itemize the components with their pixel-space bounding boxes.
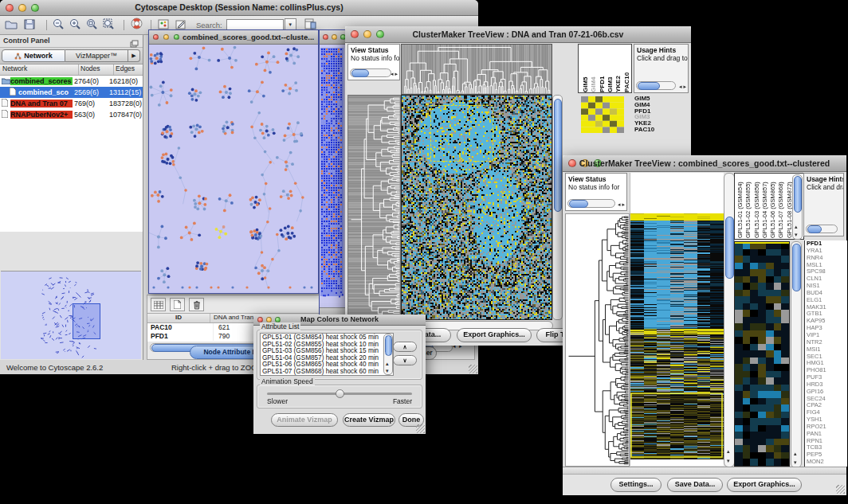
map-colors-dialog: Map Colors to Network Attribute List GPL… — [253, 315, 426, 434]
tv2-settings-button[interactable]: Settings... — [610, 478, 662, 492]
tv2-column-label[interactable]: GPL51-01 (GSM854) — [736, 174, 744, 238]
tv1-column-label[interactable]: GIM4 — [590, 45, 598, 92]
tv2-usage-hints: Usage Hints Click and drag to — [803, 173, 844, 236]
create-vizmap-button[interactable]: Create Vizmap — [343, 413, 395, 427]
tv2-detail-down[interactable]: ▾ — [794, 459, 797, 465]
network-name: combined_scores — [10, 77, 73, 85]
tv1-export-graphics-button[interactable]: Export Graphics... — [457, 328, 532, 342]
tv2-collabels-down[interactable]: ▾ — [795, 232, 798, 237]
tv2-hints-hscrollbar[interactable] — [806, 225, 838, 233]
document-icon — [2, 110, 10, 119]
zoom-out-icon[interactable] — [53, 18, 65, 33]
network-name: combined_sco — [18, 88, 73, 96]
netwin-close-button[interactable] — [153, 34, 159, 40]
tv1-column-label[interactable]: GIM5 — [582, 45, 590, 92]
tv2-save-data-button[interactable]: Save Data... — [667, 478, 723, 492]
network-overview[interactable] — [1, 271, 141, 359]
tv2-gene-label[interactable]: MON2 — [807, 459, 847, 466]
tv1-heatmap[interactable] — [401, 95, 552, 320]
tv1-status-hscrollbar[interactable] — [350, 68, 391, 77]
attr-scroll-up[interactable]: ▴ — [386, 361, 389, 366]
network-table-row[interactable]: DNA and Tran 07769(0)183728(0) — [0, 98, 143, 109]
tv2-collabels-vscrollbar[interactable]: ▴ ▾ — [792, 174, 803, 240]
tv1-status-scroll-arrows[interactable]: ◂ ▸ — [391, 71, 398, 76]
netwin2-minimize-button[interactable] — [332, 34, 337, 40]
network-canvas[interactable] — [149, 45, 316, 292]
network-table-row[interactable]: combined_scores2764(0)16218(0) — [0, 76, 143, 87]
new-attribute-icon[interactable] — [170, 298, 185, 311]
tv1-column-label[interactable]: PAC10 — [623, 45, 631, 92]
tv2-collabels-up[interactable]: ▴ — [795, 224, 798, 229]
tv1-hints-scroll-arrows[interactable]: ◂ ▸ — [679, 84, 686, 89]
tv2-detail-vscrollbar[interactable]: ▴ ▾ — [791, 241, 802, 468]
tv2-vscrollbar[interactable]: ▴ ▾ — [724, 173, 735, 467]
tv1-hints-hscrollbar[interactable] — [636, 81, 676, 90]
tv2-column-label[interactable]: GPL51-06 (GSM865) — [769, 174, 777, 238]
tv2-column-label[interactable]: GPL51-07 (GSM868) — [777, 174, 785, 238]
zoom-in-icon[interactable] — [69, 18, 81, 33]
zoom-selected-icon[interactable] — [86, 18, 98, 33]
tv2-detail-heatmap[interactable] — [734, 241, 790, 467]
tv1-column-label[interactable]: YKE2 — [614, 45, 622, 92]
select-attributes-icon[interactable] — [151, 298, 166, 311]
tv1-column-dendrogram[interactable] — [401, 44, 552, 95]
tv2-row-dendrogram[interactable] — [565, 213, 630, 467]
tv1-gene-list: GIM5GIM4PFD1GIM3YKE2PAC10 — [634, 96, 687, 133]
tv2-detail-up[interactable]: ▴ — [794, 451, 797, 456]
tv2-status-scroll-arrows[interactable]: ◂ ▸ — [618, 201, 625, 207]
main-title-bar[interactable]: Cytoscape Desktop (Session Name: collins… — [0, 0, 478, 16]
help-icon[interactable] — [131, 18, 143, 33]
tab-network[interactable]: Network — [2, 49, 65, 62]
animate-vizmap-button[interactable]: Animate Vizmap — [271, 413, 338, 427]
attr-scroll-down[interactable]: ▾ — [386, 368, 389, 373]
tv1-view-status: View Status No status info for ◂ ▸ — [347, 44, 400, 80]
tv1-title: ClusterMaker TreeView : DNA and Tran 07-… — [345, 29, 691, 39]
tv2-vscroll-down[interactable]: ▾ — [727, 458, 730, 463]
attribute-move-down-button[interactable]: ∨ — [393, 355, 417, 365]
network-table-row[interactable]: RNAPuberNov2+563(0)107847(0) — [0, 109, 143, 120]
slider-thumb[interactable] — [336, 389, 344, 398]
tv1-vscrollbar[interactable] — [552, 95, 563, 320]
tv2-vscroll-up[interactable]: ▴ — [727, 448, 730, 454]
attribute-list-vscrollbar[interactable]: ▴ ▾ — [383, 334, 393, 375]
tv2-export-graphics-button[interactable]: Export Graphics... — [727, 478, 802, 492]
zoom-fit-icon[interactable] — [103, 18, 115, 33]
animation-speed-slider[interactable] — [267, 393, 412, 395]
tv2-button-bar: Settings... Save Data... Export Graphics… — [563, 474, 846, 495]
control-panel-title: Control Panel — [3, 37, 50, 45]
tv1-gene-label[interactable]: PAC10 — [634, 127, 687, 133]
tv1-column-label[interactable]: PFD1 — [599, 45, 607, 92]
save-icon[interactable] — [24, 18, 35, 33]
tv2-column-label[interactable]: GPL51-04 (GSM857) — [761, 174, 769, 238]
netwin-zoom-button[interactable] — [174, 34, 179, 40]
tv1-detail-matrix[interactable] — [581, 96, 624, 133]
attribute-move-up-button[interactable]: ∧ — [393, 342, 417, 352]
attribute-listbox[interactable]: GPL51-01 (GSM854) heat shock 05 minGPL51… — [260, 333, 394, 376]
main-resize-grip[interactable] — [469, 365, 477, 373]
delete-attribute-icon[interactable] — [189, 298, 204, 311]
netwin-minimize-button[interactable] — [163, 34, 169, 40]
tv1-row-dendrogram[interactable] — [347, 95, 401, 320]
open-icon[interactable] — [5, 18, 18, 33]
slower-label: Slower — [267, 397, 288, 405]
tv2-column-label[interactable]: GPL51-02 (GSM855) — [744, 174, 752, 238]
search-label: Search: — [196, 21, 222, 29]
folder-icon — [2, 77, 10, 86]
tv2-status-hscrollbar[interactable] — [567, 199, 615, 208]
network-name: DNA and Tran 07 — [10, 100, 73, 107]
tv2-heatmap[interactable] — [630, 213, 724, 459]
network-edges: 13112(15) — [108, 88, 143, 96]
attribute-list-item[interactable]: GPL51-07 (GSM868) heat shock 60 min — [262, 369, 393, 376]
tv2-gene-list: PFD1YRA1RNR4MSL1SPC98CLN1NIS1BUD4ELG1MAK… — [804, 240, 847, 467]
tv2-resize-grip[interactable] — [836, 485, 845, 494]
tab-vizmapper[interactable]: VizMapper™ — [65, 49, 128, 62]
dialog-resize-grip[interactable] — [416, 424, 425, 433]
tv2-column-label[interactable]: GPL51-03 (GSM856) — [753, 174, 761, 238]
network-canvas-2[interactable] — [320, 45, 344, 307]
network-table-row[interactable]: combined_sco2569(6)13112(15) — [0, 87, 143, 98]
float-panel-icon[interactable] — [130, 37, 139, 51]
network-edges: 16218(0) — [108, 77, 143, 85]
tv1-column-label[interactable]: GIM3 — [607, 45, 614, 92]
netwin2-close-button[interactable] — [323, 34, 328, 40]
tab-overflow-button[interactable]: ▶ — [128, 49, 140, 62]
